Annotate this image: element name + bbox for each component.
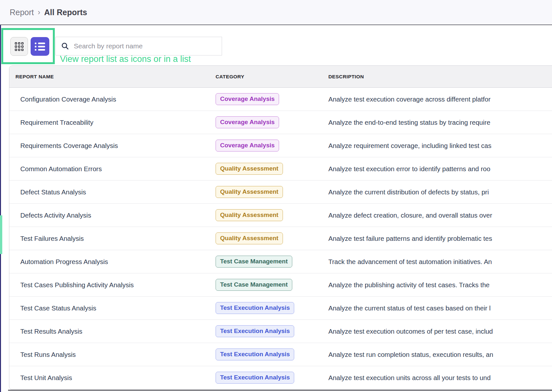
column-header-description[interactable]: DESCRIPTION <box>328 66 364 88</box>
breadcrumb-section[interactable]: Report <box>10 8 34 17</box>
category-badge: Test Execution Analysis <box>216 372 294 384</box>
report-name-cell[interactable]: Common Automation Errors <box>20 157 102 181</box>
table-row[interactable]: Automation Progress AnalysisTest Case Ma… <box>9 250 552 273</box>
page-header: Report › All Reports <box>0 0 552 25</box>
report-description-cell: Analyze test execution outcomes of per t… <box>328 320 493 343</box>
column-header-report-name[interactable]: REPORT NAME <box>15 66 54 88</box>
report-description-cell: Analyze the current distribution of defe… <box>328 181 489 204</box>
report-name-cell[interactable]: Automation Progress Analysis <box>20 250 108 273</box>
report-description-cell: Analyze test execution coverage across d… <box>328 88 490 111</box>
category-badge: Test Execution Analysis <box>216 325 294 337</box>
table-row[interactable]: Test Cases Publishing Activity AnalysisT… <box>9 273 552 297</box>
table-row[interactable]: Defects Activity AnalysisQuality Assessm… <box>9 204 552 227</box>
report-description-cell: Track the advancement of test automation… <box>328 250 492 273</box>
table-row[interactable]: Common Automation ErrorsQuality Assessme… <box>9 157 552 181</box>
annotation-label: View report list as icons or in a list <box>60 54 191 64</box>
window-left-edge <box>0 6 1 392</box>
report-description-cell: Analyze defect creation, closure, and ov… <box>328 204 492 227</box>
table-row[interactable]: Defect Status AnalysisQuality Assessment… <box>9 181 552 204</box>
report-description-cell: Analyze the current status of test cases… <box>328 297 491 320</box>
category-badge: Coverage Analysis <box>216 140 279 152</box>
report-description-cell: Analyze test execution error to identify… <box>328 157 490 181</box>
search-box <box>55 37 222 55</box>
category-badge: Test Case Management <box>216 279 292 291</box>
column-header-category[interactable]: CATEGORY <box>216 66 244 88</box>
table-row[interactable]: Test Case Status AnalysisTest Execution … <box>9 297 552 320</box>
list-view-icon <box>35 43 45 51</box>
report-description-cell: Analyze test run completion status, exec… <box>328 343 493 366</box>
list-view-button[interactable] <box>31 37 49 56</box>
search-icon <box>61 42 69 50</box>
report-description-cell: Analyze test execution units across all … <box>328 366 491 389</box>
search-input[interactable] <box>74 42 209 50</box>
report-name-cell[interactable]: Defect Status Analysis <box>20 181 86 204</box>
table-row[interactable]: Test Results AnalysisTest Execution Anal… <box>9 320 552 343</box>
category-badge: Quality Assessment <box>216 232 283 244</box>
category-badge: Test Case Management <box>216 256 292 268</box>
report-description-cell: Analyze requirement coverage, including … <box>328 134 491 157</box>
annotation-left-mark <box>0 215 2 254</box>
report-name-cell[interactable]: Test Runs Analysis <box>20 343 76 366</box>
report-description-cell: Analyze the publishing activity of test … <box>328 273 489 297</box>
category-badge: Test Execution Analysis <box>216 302 294 314</box>
category-badge: Quality Assessment <box>216 163 283 175</box>
table-row[interactable]: Configuration Coverage AnalysisCoverage … <box>9 88 552 111</box>
report-name-cell[interactable]: Test Results Analysis <box>20 320 82 343</box>
report-description-cell: Analyze test failure patterns and identi… <box>328 227 492 250</box>
report-name-cell[interactable]: Defects Activity Analysis <box>20 204 91 227</box>
report-name-cell[interactable]: Requirements Coverage Analysis <box>20 134 118 157</box>
window-bottom-edge <box>8 390 552 391</box>
breadcrumb-separator-icon: › <box>38 8 40 17</box>
report-name-cell[interactable]: Test Cases Publishing Activity Analysis <box>20 273 134 297</box>
report-table: REPORT NAME CATEGORY DESCRIPTION Configu… <box>9 65 552 390</box>
report-name-cell[interactable]: Test Unit Analysis <box>20 366 72 389</box>
table-row[interactable]: Test Unit AnalysisTest Execution Analysi… <box>9 366 552 389</box>
grid-view-icon <box>15 42 24 51</box>
report-description-cell: Analyze the end-to-end testing status by… <box>328 111 490 134</box>
table-row[interactable]: Test Runs AnalysisTest Execution Analysi… <box>9 343 552 366</box>
report-table-body: Configuration Coverage AnalysisCoverage … <box>9 88 552 389</box>
table-row[interactable]: Requirement TraceabilityCoverage Analysi… <box>9 111 552 134</box>
grid-view-button[interactable] <box>10 37 28 56</box>
category-badge: Quality Assessment <box>216 186 283 198</box>
report-name-cell[interactable]: Requirement Traceability <box>20 111 93 134</box>
table-row[interactable]: Test Failures AnalysisQuality Assessment… <box>9 227 552 250</box>
report-name-cell[interactable]: Configuration Coverage Analysis <box>20 88 116 111</box>
report-name-cell[interactable]: Test Failures Analysis <box>20 227 84 250</box>
category-badge: Coverage Analysis <box>216 93 279 105</box>
table-header-row: REPORT NAME CATEGORY DESCRIPTION <box>9 66 552 88</box>
category-badge: Test Execution Analysis <box>216 348 294 360</box>
table-row[interactable]: Requirements Coverage AnalysisCoverage A… <box>9 134 552 157</box>
breadcrumb: Report › All Reports <box>10 8 87 17</box>
category-badge: Quality Assessment <box>216 209 283 221</box>
report-name-cell[interactable]: Test Case Status Analysis <box>20 297 96 320</box>
category-badge: Coverage Analysis <box>216 116 279 128</box>
breadcrumb-current: All Reports <box>44 8 87 17</box>
